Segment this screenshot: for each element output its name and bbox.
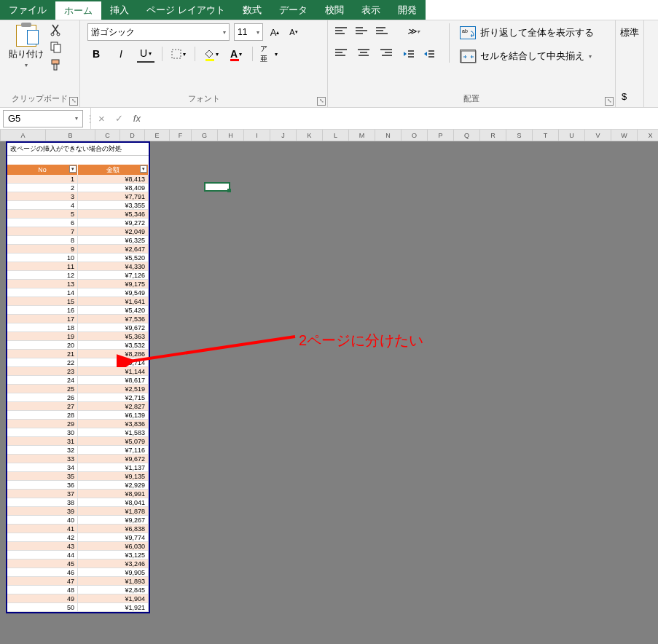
- number-format-select[interactable]: 標準: [620, 23, 639, 39]
- cell-no[interactable]: 39: [7, 507, 78, 515]
- table-row[interactable]: 39¥1,878: [7, 507, 149, 516]
- table-row[interactable]: 45¥3,246: [7, 559, 149, 568]
- cell-amount[interactable]: ¥6,325: [78, 236, 149, 244]
- table-row[interactable]: 15¥1,641: [7, 297, 149, 306]
- cell-amount[interactable]: ¥3,125: [78, 551, 149, 559]
- font-dialog-launcher[interactable]: ⤡: [317, 97, 326, 106]
- cell-amount[interactable]: ¥8,413: [78, 175, 149, 183]
- cell-amount[interactable]: ¥8,041: [78, 498, 149, 506]
- cell-no[interactable]: 2: [7, 184, 78, 192]
- column-header[interactable]: V: [585, 130, 611, 141]
- cell-amount[interactable]: ¥9,672: [78, 455, 149, 463]
- table-row[interactable]: 37¥8,991: [7, 490, 149, 498]
- table-row[interactable]: 2¥8,409: [7, 184, 149, 192]
- cell-amount[interactable]: ¥5,079: [78, 437, 149, 445]
- cancel-formula-button[interactable]: ×: [98, 112, 105, 125]
- cell-no[interactable]: 28: [7, 411, 78, 419]
- column-header[interactable]: N: [375, 130, 402, 141]
- table-row[interactable]: 6¥9,272: [7, 219, 149, 227]
- table-row[interactable]: 13¥9,175: [7, 280, 149, 288]
- cell-no[interactable]: 1: [7, 175, 78, 183]
- cell-amount[interactable]: ¥2,519: [78, 385, 149, 393]
- table-row[interactable]: 17¥7,536: [7, 315, 149, 323]
- cell-no[interactable]: 16: [7, 306, 78, 314]
- cell-no[interactable]: 40: [7, 516, 78, 524]
- column-header[interactable]: K: [297, 130, 323, 141]
- cell-amount[interactable]: ¥7,791: [78, 192, 149, 200]
- column-header[interactable]: I: [244, 130, 270, 141]
- cell-no[interactable]: 3: [7, 192, 78, 200]
- table-row[interactable]: 32¥7,116: [7, 446, 149, 455]
- column-header[interactable]: U: [559, 130, 585, 141]
- cell-amount[interactable]: ¥2,049: [78, 227, 149, 235]
- cell-no[interactable]: 47: [7, 577, 78, 585]
- cell-amount[interactable]: ¥3,246: [78, 559, 149, 568]
- table-row[interactable]: 9¥2,647: [7, 245, 149, 254]
- cell-no[interactable]: 37: [7, 490, 78, 498]
- cell-no[interactable]: 48: [7, 586, 78, 594]
- copy-button[interactable]: [50, 41, 63, 54]
- filter-button[interactable]: ▾: [140, 165, 147, 173]
- column-header[interactable]: M: [349, 130, 375, 141]
- cell-no[interactable]: 41: [7, 525, 78, 533]
- phonetic-button[interactable]: ア亜▾: [260, 45, 278, 63]
- table-row[interactable]: 43¥6,030: [7, 542, 149, 551]
- font-color-button[interactable]: A▾: [227, 45, 245, 63]
- column-header[interactable]: H: [218, 130, 244, 141]
- table-row[interactable]: 25¥2,519: [7, 385, 149, 393]
- cell-no[interactable]: 45: [7, 559, 78, 568]
- cell-amount[interactable]: ¥3,355: [78, 201, 149, 209]
- worksheet-area[interactable]: 改ページの挿入ができない場合の対処 No▾ 金額▾ 1¥8,4132¥8,409…: [0, 141, 658, 644]
- table-row[interactable]: 26¥2,715: [7, 393, 149, 402]
- cell-no[interactable]: 27: [7, 402, 78, 410]
- table-row[interactable]: 46¥9,905: [7, 568, 149, 577]
- bold-button[interactable]: B: [87, 45, 105, 63]
- cell-no[interactable]: 20: [7, 341, 78, 349]
- table-row[interactable]: 27¥2,827: [7, 402, 149, 411]
- cell-no[interactable]: 26: [7, 393, 78, 401]
- cell-amount[interactable]: ¥5,346: [78, 210, 149, 218]
- cell-amount[interactable]: ¥9,175: [78, 280, 149, 288]
- cell-no[interactable]: 4: [7, 201, 78, 209]
- cell-amount[interactable]: ¥1,144: [78, 367, 149, 375]
- cell-amount[interactable]: ¥1,137: [78, 463, 149, 471]
- cell-amount[interactable]: ¥4,330: [78, 262, 149, 270]
- cell-no[interactable]: 33: [7, 455, 78, 463]
- borders-button[interactable]: ▾: [170, 45, 187, 63]
- cell-no[interactable]: 30: [7, 428, 78, 436]
- cell-no[interactable]: 12: [7, 271, 78, 279]
- column-header[interactable]: R: [480, 130, 506, 141]
- table-row[interactable]: 11¥4,330: [7, 262, 149, 271]
- cell-no[interactable]: 44: [7, 551, 78, 559]
- cell-amount[interactable]: ¥6,838: [78, 525, 149, 533]
- cell-amount[interactable]: ¥8,991: [78, 490, 149, 498]
- table-header-amount[interactable]: 金額▾: [78, 165, 149, 175]
- column-header[interactable]: A: [1, 130, 46, 141]
- cell-no[interactable]: 5: [7, 210, 78, 218]
- cell-amount[interactable]: ¥9,549: [78, 288, 149, 297]
- table-row[interactable]: 33¥9,672: [7, 455, 149, 463]
- cell-amount[interactable]: ¥8,617: [78, 376, 149, 384]
- table-row[interactable]: 41¥6,838: [7, 525, 149, 533]
- table-row[interactable]: 14¥9,549: [7, 288, 149, 297]
- column-header[interactable]: D: [120, 130, 145, 141]
- cell-amount[interactable]: ¥2,929: [78, 481, 149, 489]
- table-row[interactable]: 30¥1,583: [7, 428, 149, 437]
- cell-no[interactable]: 6: [7, 219, 78, 227]
- table-row[interactable]: 8¥6,325: [7, 236, 149, 245]
- currency-button[interactable]: $: [620, 90, 639, 106]
- table-row[interactable]: 24¥8,617: [7, 376, 149, 385]
- cell-amount[interactable]: ¥6,030: [78, 542, 149, 550]
- name-box[interactable]: G5 ▾: [3, 110, 83, 127]
- cell-no[interactable]: 50: [7, 603, 78, 611]
- cell-amount[interactable]: ¥9,267: [78, 516, 149, 524]
- formula-input[interactable]: [148, 110, 658, 127]
- cell-no[interactable]: 36: [7, 481, 78, 489]
- cell-amount[interactable]: ¥5,520: [78, 254, 149, 262]
- cell-amount[interactable]: ¥3,836: [78, 420, 149, 428]
- fill-color-button[interactable]: ▾: [203, 45, 220, 63]
- font-name-select[interactable]: 游ゴシック ▾: [87, 23, 230, 41]
- table-row[interactable]: 1¥8,413: [7, 175, 149, 184]
- format-painter-button[interactable]: [50, 58, 63, 71]
- column-header[interactable]: F: [170, 130, 192, 141]
